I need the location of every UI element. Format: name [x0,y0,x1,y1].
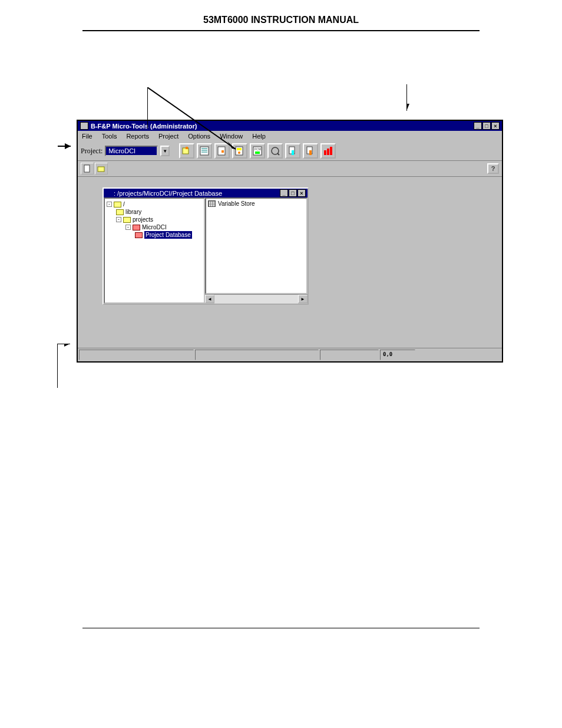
svg-marker-8 [65,143,71,149]
svg-marker-2 [227,141,236,149]
tree-root-label: / [123,200,125,208]
list-item-label: Variable Store [218,200,255,207]
menu-tools[interactable]: Tools [98,132,121,140]
folder-open-icon [123,217,131,223]
status-pane-1 [79,350,194,360]
tree-projects-label: projects [133,216,153,223]
svg-rect-33 [327,149,329,155]
child-minimize-button[interactable]: _ [280,189,288,197]
scroll-right-button[interactable]: ► [298,295,308,303]
folder-open-icon [114,202,121,207]
page-header: 53MT6000 INSTRUCTION MANUAL [0,0,562,30]
folder-red-icon [133,225,140,230]
svg-text:FCM: FCM [254,147,261,151]
footer-divider [82,628,480,628]
scroll-left-button[interactable]: ◄ [205,295,214,303]
folder-red-icon [135,232,143,238]
menu-file[interactable]: File [78,132,97,140]
list-item-variable-store[interactable]: Variable Store [208,200,305,207]
svg-line-1 [147,87,236,149]
child-window: : /projects/MicroDCI/Project Database _ … [103,187,309,305]
tree-project-database-label: Project Database [144,231,192,239]
svg-rect-29 [292,150,294,155]
scroll-track[interactable] [214,295,298,304]
svg-rect-32 [324,150,326,155]
toolbar-button-9[interactable] [320,143,336,159]
svg-marker-10 [64,344,70,347]
tree-root[interactable]: - / [107,200,202,208]
child-close-button[interactable]: × [297,189,306,197]
toolbar-button-7[interactable] [285,143,300,159]
header-divider [82,30,480,31]
statusbar: 0,0 [78,348,502,361]
child-window-title: : /projects/MicroDCI/Project Database [114,190,222,197]
workspace: : /projects/MicroDCI/Project Database _ … [78,177,502,348]
tree-library-label: library [125,208,141,216]
expander-icon[interactable]: - [116,217,121,222]
status-coords: 0,0 [380,350,415,360]
child-titlebar[interactable]: : /projects/MicroDCI/Project Database _ … [104,189,308,197]
secondary-toolbar: ? [78,161,502,177]
tree-library[interactable]: library [107,208,202,216]
list-panel[interactable]: Variable Store [205,197,308,294]
new-file-button[interactable] [81,163,94,174]
help-button[interactable]: ? [487,163,499,174]
expander-icon[interactable]: - [107,202,112,207]
figure: B-F&P Micro-Tools (Administrator) _ □ × … [77,120,503,363]
tree-panel[interactable]: - / library - projects [104,197,205,304]
path-icon [105,190,112,196]
toolbar-button-8[interactable] [303,143,318,159]
grid-icon [208,200,216,207]
svg-rect-34 [330,147,332,155]
status-pane-3 [320,350,379,360]
tree-project-database[interactable]: Project Database [107,231,202,239]
project-label: Project: [81,147,103,156]
svg-marker-4 [406,104,409,111]
status-pane-2 [195,350,319,360]
open-file-button[interactable] [95,163,108,174]
tree-microdci-label: MicroDCI [142,223,167,231]
tree-microdci[interactable]: - MicroDCI [107,223,202,231]
svg-rect-25 [255,151,260,154]
folder-closed-icon [116,209,124,215]
horizontal-scrollbar[interactable]: ◄ ► [205,294,308,304]
callout-arrow-right [406,84,513,155]
svg-line-27 [277,153,279,155]
svg-rect-36 [98,167,104,172]
app-icon [80,122,88,130]
callout-arrow-top [147,87,253,158]
child-maximize-button[interactable]: □ [289,189,297,197]
expander-icon[interactable]: - [125,225,131,230]
svg-rect-35 [84,165,90,172]
toolbar-button-6[interactable] [267,143,283,159]
tree-projects[interactable]: - projects [107,216,202,223]
main-window: B-F&P Micro-Tools (Administrator) _ □ × … [77,120,503,363]
callout-arrow-bottom [57,344,81,409]
svg-rect-31 [309,150,312,155]
